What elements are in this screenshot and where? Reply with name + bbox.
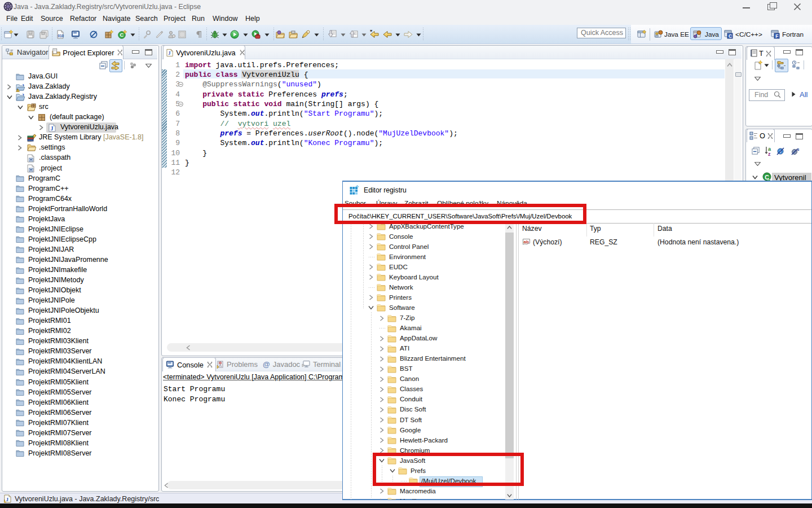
svg-text:s: s <box>797 147 800 152</box>
svg-text:ab: ab <box>524 239 529 244</box>
svg-text:F: F <box>775 33 778 39</box>
svg-text:J: J <box>50 125 53 132</box>
svg-text:z: z <box>768 151 771 156</box>
svg-text:C: C <box>120 32 124 38</box>
svg-text:J: J <box>6 497 9 502</box>
svg-text:C: C <box>729 33 732 39</box>
svg-text:J: J <box>168 51 170 56</box>
svg-text:010: 010 <box>58 34 64 38</box>
